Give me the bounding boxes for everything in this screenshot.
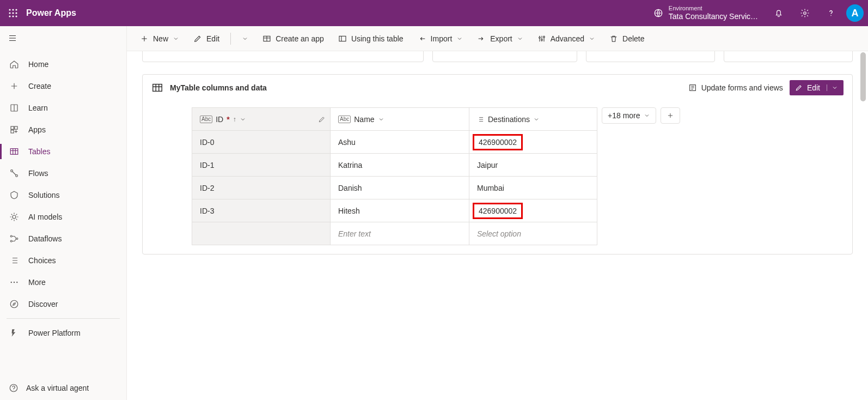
svg-point-24 [14,282,15,283]
cell-destination[interactable]: 426900002 [469,199,597,222]
more-columns-button[interactable]: +18 more [602,107,656,124]
card-dashboards[interactable]: Dashboards [586,51,715,62]
table-new-row[interactable]: Enter textSelect option [192,222,597,245]
table-row[interactable]: ID-1KatrinaJaipur [192,154,597,177]
settings-button[interactable] [792,0,818,26]
nav-label: Create [28,82,51,90]
nav-apps[interactable]: Apps [0,119,126,141]
nav-collapse-button[interactable] [8,33,19,44]
svg-point-25 [16,282,17,283]
cell-id[interactable]: ID-2 [192,177,331,199]
nav-ai-models[interactable]: AI models [0,206,126,228]
chevron-down-icon [533,116,540,123]
extra-columns: +18 more [602,107,680,124]
svg-point-26 [10,300,18,308]
cmd-import[interactable]: Import [413,31,468,46]
cell-name[interactable]: Danish [331,177,469,199]
cell-id-new[interactable] [192,222,331,245]
svg-point-21 [10,240,12,242]
nav-learn[interactable]: Learn [0,97,126,119]
ask-virtual-agent[interactable]: Ask a virtual agent [0,376,126,400]
cmd-label: Advanced [551,34,584,43]
nav-more[interactable]: More [0,271,126,293]
cmd-delete[interactable]: Delete [605,31,649,46]
cell-name[interactable]: Hitesh [331,199,469,222]
edit-label: Edit [807,83,820,92]
content-scroll[interactable]: Dashboards MyTable columns and data Upda… [127,51,868,400]
cmd-edit-split[interactable] [237,32,253,45]
cell-name[interactable]: Katrina [331,154,469,177]
notifications-button[interactable] [766,0,792,26]
header-right: Environment Tata Consultancy Servic… A [646,0,868,26]
cmd-create-app[interactable]: Create an app [258,31,328,46]
cmd-new[interactable]: New [136,31,184,46]
table-row[interactable]: ID-3Hitesh426900002 [192,199,597,222]
scrollbar-thumb[interactable] [860,52,866,101]
svg-point-3 [9,12,10,14]
col-name-header[interactable]: Abc Name [331,108,469,131]
svg-rect-35 [153,84,162,92]
nav-create[interactable]: Create [0,75,126,97]
col-id-header[interactable]: Abc ID * ↑ [192,108,331,131]
environment-picker[interactable]: Environment Tata Consultancy Servic… [646,5,766,21]
cell-destination[interactable]: 426900002 [469,131,597,154]
add-column-button[interactable] [661,107,680,124]
nav-home[interactable]: Home [0,53,126,75]
nav-dataflows[interactable]: Dataflows [0,228,126,250]
table-row[interactable]: ID-0Ashu426900002 [192,131,597,154]
nav-discover[interactable]: Discover [0,293,126,315]
cell-name-new[interactable]: Enter text [331,222,469,245]
summary-cards: Dashboards [142,51,853,62]
cell-id[interactable]: ID-1 [192,154,331,177]
col-dest-header[interactable]: Destinations [469,108,597,131]
update-forms-views[interactable]: Update forms and views [688,83,783,92]
edit-split[interactable] [827,84,838,91]
nav-label: Home [28,60,48,69]
more-label: +18 more [608,111,640,120]
type-badge-text: Abc [200,116,212,123]
cmd-using-table[interactable]: Using this table [334,31,408,46]
help-button[interactable] [818,0,844,26]
cell-destination[interactable]: Mumbai [469,177,597,199]
card-placeholder-3 [724,51,853,62]
svg-point-33 [543,36,545,38]
cell-id[interactable]: ID-3 [192,199,331,222]
chevron-down-icon [589,35,595,42]
svg-point-0 [9,9,10,10]
table-edit-button[interactable]: Edit [790,80,843,95]
cmd-export[interactable]: Export [473,31,527,46]
table-row[interactable]: ID-2DanishMumbai [192,177,597,199]
svg-point-23 [11,282,12,283]
column-edit-icon[interactable] [318,116,326,123]
nav-tables[interactable]: Tables [0,141,126,162]
vertical-scrollbar[interactable] [859,52,867,399]
nav-label: Discover [28,300,58,308]
cell-destination[interactable]: Jaipur [469,154,597,177]
col-label: Name [354,115,374,124]
app-launcher-button[interactable] [0,0,26,26]
environment-name: Tata Consultancy Servic… [669,12,758,21]
account-avatar[interactable]: A [846,4,864,22]
svg-rect-14 [15,126,17,129]
plus-icon [140,34,149,43]
nav-power-platform[interactable]: Power Platform [0,322,126,344]
pencil-icon [318,116,326,123]
nav-choices[interactable]: Choices [0,250,126,271]
gear-icon [800,8,810,18]
cell-name[interactable]: Ashu [331,131,469,154]
chevron-down-icon [242,35,248,42]
cell-dest-new[interactable]: Select option [469,222,597,245]
cmd-edit[interactable]: Edit [189,31,224,46]
nav-label: Choices [28,256,56,265]
nav-flows[interactable]: Flows [0,162,126,184]
plus-icon [9,81,19,91]
card-placeholder-1 [142,51,424,62]
cmd-advanced[interactable]: Advanced [533,31,600,46]
globe-icon [653,8,663,18]
book-icon [9,103,19,113]
svg-point-20 [10,235,12,237]
svg-point-27 [10,384,17,392]
cell-id[interactable]: ID-0 [192,131,331,154]
highlighted-value: 426900002 [473,203,523,219]
nav-solutions[interactable]: Solutions [0,184,126,206]
